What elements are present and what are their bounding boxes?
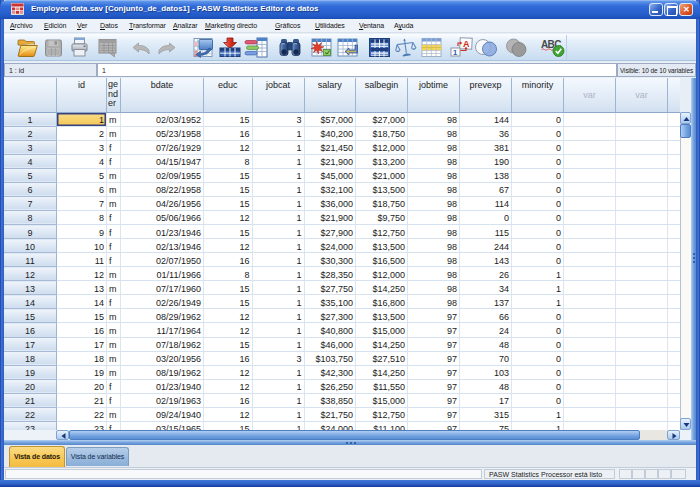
svg-text:1: 1 (453, 48, 457, 57)
